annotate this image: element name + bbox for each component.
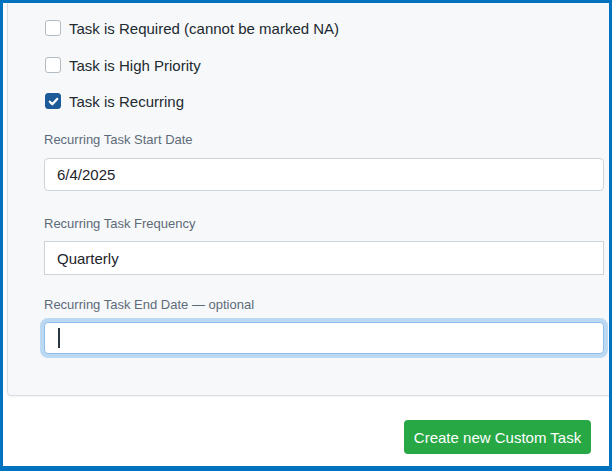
task-recurring-checkbox[interactable]: [45, 93, 61, 109]
frequency-label: Recurring Task Frequency: [44, 216, 196, 231]
start-date-label: Recurring Task Start Date: [44, 132, 193, 147]
task-high-priority-checkbox[interactable]: [45, 57, 61, 73]
task-required-label: Task is Required (cannot be marked NA): [69, 20, 339, 37]
app-window: Task is Required (cannot be marked NA) T…: [0, 0, 612, 471]
task-required-checkbox[interactable]: [45, 20, 61, 36]
task-form-panel: Task is Required (cannot be marked NA) T…: [7, 0, 612, 396]
frequency-input[interactable]: [44, 241, 604, 275]
checkbox-row-recurring[interactable]: Task is Recurring: [45, 93, 184, 109]
end-date-input[interactable]: [44, 322, 604, 354]
task-recurring-label: Task is Recurring: [69, 93, 184, 110]
create-custom-task-button-label: Create new Custom Task: [414, 429, 581, 446]
create-custom-task-button[interactable]: Create new Custom Task: [404, 420, 591, 454]
start-date-input[interactable]: [44, 158, 604, 191]
checkbox-row-task-required[interactable]: Task is Required (cannot be marked NA): [45, 20, 339, 36]
checkmark-icon: [48, 96, 59, 107]
text-caret: [58, 328, 60, 348]
checkbox-row-high-priority[interactable]: Task is High Priority: [45, 57, 201, 73]
task-high-priority-label: Task is High Priority: [69, 57, 201, 74]
end-date-label: Recurring Task End Date — optional: [44, 297, 254, 312]
